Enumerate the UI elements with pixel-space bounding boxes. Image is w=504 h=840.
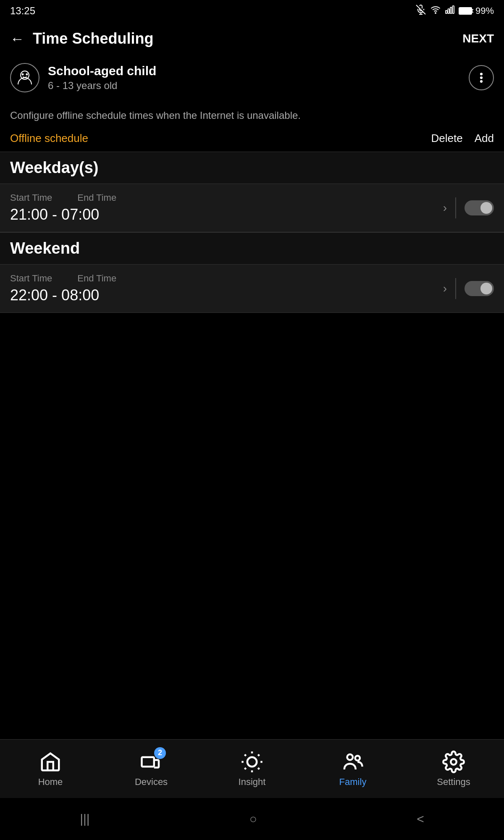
family-icon <box>341 751 364 773</box>
mute-icon <box>416 5 426 17</box>
offline-actions: Delete Add <box>431 132 494 145</box>
svg-point-15 <box>26 74 28 75</box>
svg-point-30 <box>355 756 360 760</box>
nav-item-insight[interactable]: Insight <box>214 751 290 788</box>
weekend-end-time: 08:00 <box>61 286 99 304</box>
weekday-divider <box>455 197 456 218</box>
devices-icon: 2 <box>140 751 163 773</box>
weekday-toggle[interactable] <box>465 200 494 215</box>
weekend-time-info: Start Time End Time 22:00 - 08:00 <box>10 273 443 304</box>
info-text: Configure offline schedule times when th… <box>10 108 494 123</box>
status-bar: 13:25 <box>0 0 504 22</box>
svg-rect-6 <box>450 8 452 14</box>
svg-rect-9 <box>459 8 471 14</box>
offline-row: Offline schedule Delete Add <box>0 126 504 152</box>
profile-section: School-aged child 6 - 13 years old <box>0 55 504 100</box>
insight-label: Insight <box>239 777 266 788</box>
svg-rect-7 <box>452 6 454 13</box>
home-label: Home <box>38 777 63 788</box>
nav-item-home[interactable]: Home <box>13 751 88 788</box>
back-button[interactable]: ← <box>10 31 24 47</box>
svg-point-14 <box>22 74 24 75</box>
svg-line-27 <box>244 768 246 769</box>
profile-info: School-aged child 6 - 13 years old <box>48 64 156 92</box>
weekend-section-header: Weekend <box>0 232 504 265</box>
weekend-toggle-thumb <box>480 283 492 294</box>
battery-pct: 99% <box>475 5 494 16</box>
svg-point-18 <box>480 81 482 82</box>
devices-label: Devices <box>135 777 168 788</box>
delete-button[interactable]: Delete <box>431 132 463 145</box>
weekend-divider <box>455 278 456 299</box>
profile-age: 6 - 13 years old <box>48 80 156 92</box>
weekday-time-row: Start Time End Time 21:00 - 07:00 › <box>0 184 504 232</box>
weekday-start-time: 21:00 <box>10 206 48 223</box>
weekday-end-label: End Time <box>77 192 116 203</box>
weekday-time-sep: - <box>52 206 61 223</box>
svg-line-24 <box>258 768 259 769</box>
weekend-end-label: End Time <box>77 273 116 284</box>
add-button[interactable]: Add <box>475 132 494 145</box>
bottom-nav: Home 2 Devices Insi <box>0 739 504 798</box>
settings-label: Settings <box>437 777 470 788</box>
weekday-time-value: 21:00 - 07:00 <box>10 206 443 223</box>
svg-point-31 <box>451 759 457 765</box>
profile-name: School-aged child <box>48 64 156 78</box>
wifi-icon <box>430 5 441 17</box>
battery-icon: 99% <box>459 5 494 16</box>
gesture-left-icon: ||| <box>80 812 89 826</box>
weekend-chevron[interactable]: › <box>443 282 447 295</box>
svg-point-17 <box>480 77 482 79</box>
weekday-end-time: 07:00 <box>61 206 99 223</box>
info-section: Configure offline schedule times when th… <box>0 100 504 126</box>
weekend-title: Weekend <box>10 239 80 257</box>
weekend-start-label: Start Time <box>10 273 52 284</box>
gesture-center-icon: ○ <box>249 812 257 826</box>
weekday-toggle-thumb <box>480 202 492 214</box>
family-label: Family <box>339 777 367 788</box>
weekend-time-sep: - <box>52 286 61 304</box>
weekend-time-value: 22:00 - 08:00 <box>10 286 443 304</box>
svg-point-20 <box>247 757 257 766</box>
weekday-start-label: Start Time <box>10 192 52 203</box>
next-button[interactable]: NEXT <box>462 32 494 45</box>
svg-line-23 <box>244 754 246 756</box>
weekday-chevron[interactable]: › <box>443 201 447 215</box>
nav-item-devices[interactable]: 2 Devices <box>113 751 189 788</box>
settings-icon <box>442 751 465 773</box>
svg-point-3 <box>435 13 436 13</box>
weekday-section-header: Weekday(s) <box>0 152 504 184</box>
avatar <box>10 63 39 92</box>
svg-point-29 <box>347 754 353 760</box>
signal-icon <box>445 5 454 17</box>
weekday-time-info: Start Time End Time 21:00 - 07:00 <box>10 192 443 223</box>
header-left: ← Time Scheduling <box>10 30 153 47</box>
weekday-time-labels: Start Time End Time <box>10 192 443 203</box>
nav-item-settings[interactable]: Settings <box>416 751 491 788</box>
status-icons: 99% <box>416 5 494 17</box>
weekend-toggle[interactable] <box>465 281 494 296</box>
svg-rect-19 <box>142 757 154 766</box>
status-time: 13:25 <box>10 5 35 17</box>
insight-icon <box>241 751 263 773</box>
offline-schedule-label[interactable]: Offline schedule <box>10 132 88 145</box>
weekend-start-time: 22:00 <box>10 286 48 304</box>
weekend-time-labels: Start Time End Time <box>10 273 443 284</box>
svg-line-28 <box>258 754 259 756</box>
svg-point-16 <box>480 73 482 75</box>
menu-icon-button[interactable] <box>469 65 494 90</box>
gesture-right-icon: < <box>417 812 424 826</box>
weekend-time-row: Start Time End Time 22:00 - 08:00 › <box>0 265 504 313</box>
page-title: Time Scheduling <box>33 30 153 47</box>
svg-rect-5 <box>448 9 449 13</box>
page-header: ← Time Scheduling NEXT <box>0 22 504 55</box>
profile-left: School-aged child 6 - 13 years old <box>10 63 156 92</box>
gesture-bar: ||| ○ < <box>0 798 504 840</box>
devices-badge: 2 <box>154 747 166 759</box>
home-icon <box>39 751 62 773</box>
nav-item-family[interactable]: Family <box>315 751 391 788</box>
weekday-title: Weekday(s) <box>10 159 99 176</box>
svg-rect-4 <box>446 10 447 13</box>
